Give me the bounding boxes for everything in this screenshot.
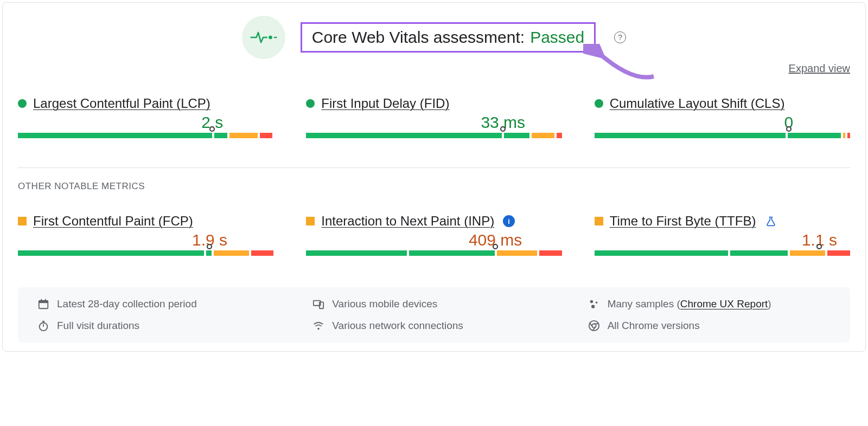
status-dot-icon xyxy=(18,99,27,108)
status-square-icon xyxy=(18,217,27,225)
footer-durations: Full visit durations xyxy=(37,320,280,332)
footer-versions-text: All Chrome versions xyxy=(608,320,700,332)
svg-point-14 xyxy=(317,328,320,330)
samples-icon xyxy=(588,298,600,310)
chrome-icon xyxy=(588,320,600,332)
metric-bar xyxy=(306,133,561,144)
footer-period: Latest 28-day collection period xyxy=(37,298,280,310)
status-dot-icon xyxy=(595,99,603,108)
footer-devices-text: Various mobile devices xyxy=(332,298,437,310)
metric: Time to First Byte (TTFB)1.1 s xyxy=(595,214,850,261)
status-square-icon xyxy=(595,217,603,225)
svg-point-11 xyxy=(40,323,48,331)
metric-name-link[interactable]: First Input Delay (FID) xyxy=(321,96,449,111)
metric-title-row: Interaction to Next Paint (INP)i xyxy=(306,214,561,229)
footer-samples-text: Many samples (Chrome UX Report) xyxy=(608,298,771,310)
expand-view-link[interactable]: Expand view xyxy=(789,62,850,75)
help-icon[interactable]: ? xyxy=(614,31,626,43)
svg-rect-12 xyxy=(42,321,44,322)
assessment-header: Core Web Vitals assessment: Passed ? xyxy=(18,16,850,59)
pulse-icon xyxy=(242,16,285,59)
svg-point-0 xyxy=(269,36,272,40)
assessment-status: Passed xyxy=(530,28,584,47)
metric: Interaction to Next Paint (INP)i409 ms xyxy=(306,214,561,261)
footer-devices: Various mobile devices xyxy=(312,298,555,310)
footer-period-text: Latest 28-day collection period xyxy=(57,298,197,310)
svg-point-8 xyxy=(590,300,593,304)
marker-icon xyxy=(209,126,215,132)
footer-versions: All Chrome versions xyxy=(588,320,831,332)
core-web-vitals-card: Core Web Vitals assessment: Passed ? Exp… xyxy=(2,2,866,352)
svg-point-9 xyxy=(595,301,597,304)
chrome-ux-report-link[interactable]: Chrome UX Report xyxy=(680,298,768,309)
metric-title-row: Cumulative Layout Shift (CLS) xyxy=(595,96,850,111)
footer-samples: Many samples (Chrome UX Report) xyxy=(588,298,831,310)
section-divider xyxy=(18,167,850,168)
metric: First Contentful Paint (FCP)1.9 s xyxy=(18,214,273,261)
status-dot-icon xyxy=(306,99,315,108)
other-metrics-grid: First Contentful Paint (FCP)1.9 sInterac… xyxy=(18,214,850,261)
metric-bar xyxy=(18,250,273,261)
footer-network-text: Various network connections xyxy=(332,320,463,332)
metric-title-row: Largest Contentful Paint (LCP) xyxy=(18,96,273,111)
svg-rect-3 xyxy=(39,301,48,304)
svg-rect-1 xyxy=(274,37,277,38)
metric-name-link[interactable]: Interaction to Next Paint (INP) xyxy=(321,214,494,229)
metric: First Input Delay (FID)33 ms xyxy=(306,96,561,144)
metric-title-row: First Contentful Paint (FCP) xyxy=(18,214,273,229)
status-square-icon xyxy=(306,217,315,225)
core-metrics-grid: Largest Contentful Paint (LCP)2 sFirst I… xyxy=(18,96,850,144)
marker-icon xyxy=(493,244,498,249)
metric-name-link[interactable]: Cumulative Layout Shift (CLS) xyxy=(610,96,785,111)
flask-icon[interactable] xyxy=(765,216,776,227)
metric-title-row: First Input Delay (FID) xyxy=(306,96,561,111)
assessment-label: Core Web Vitals assessment: xyxy=(312,28,525,47)
metric-name-link[interactable]: First Contentful Paint (FCP) xyxy=(33,214,193,229)
metric-title-row: Time to First Byte (TTFB) xyxy=(595,214,850,229)
metric-bar xyxy=(18,133,273,144)
metric-bar xyxy=(595,133,850,144)
marker-icon xyxy=(816,244,822,249)
svg-rect-4 xyxy=(41,299,42,302)
metric-bar xyxy=(306,250,561,261)
marker-icon xyxy=(207,244,212,249)
metric: Largest Contentful Paint (LCP)2 s xyxy=(18,96,273,144)
metric: Cumulative Layout Shift (CLS)0 xyxy=(595,96,850,144)
footer-network: Various network connections xyxy=(312,320,555,332)
info-icon[interactable]: i xyxy=(503,215,515,227)
devices-icon xyxy=(312,298,324,310)
metric-bar xyxy=(595,250,850,261)
metric-name-link[interactable]: Largest Contentful Paint (LCP) xyxy=(33,96,210,111)
assessment-title-box: Core Web Vitals assessment: Passed xyxy=(301,22,596,53)
marker-icon xyxy=(786,126,792,132)
footer-durations-text: Full visit durations xyxy=(57,320,139,332)
wifi-icon xyxy=(312,320,324,332)
footer-strip: Latest 28-day collection period Various … xyxy=(18,287,850,343)
calendar-icon xyxy=(37,298,49,310)
metric-name-link[interactable]: Time to First Byte (TTFB) xyxy=(610,214,756,229)
other-metrics-heading: OTHER NOTABLE METRICS xyxy=(18,181,850,192)
stopwatch-icon xyxy=(37,320,49,332)
svg-point-10 xyxy=(591,305,595,308)
marker-icon xyxy=(500,126,506,132)
svg-rect-5 xyxy=(45,299,46,302)
